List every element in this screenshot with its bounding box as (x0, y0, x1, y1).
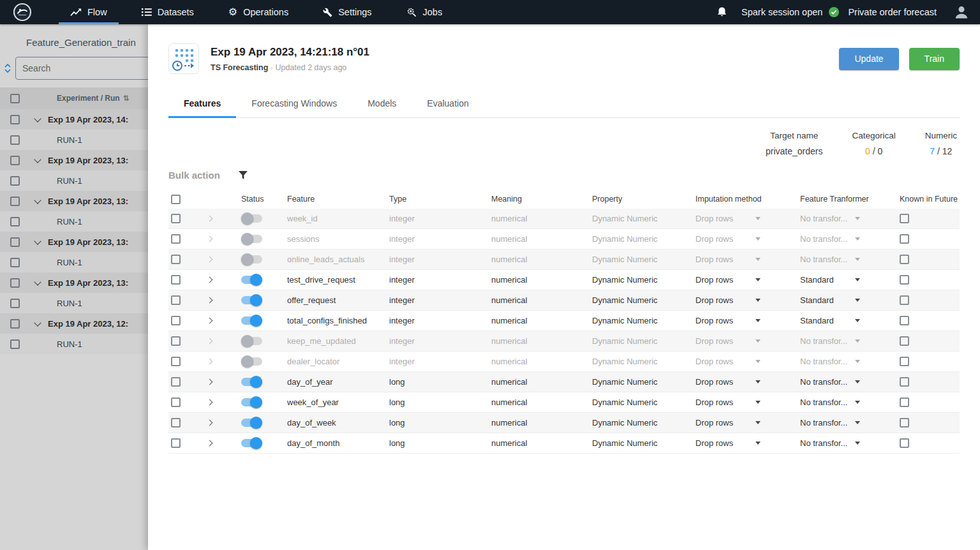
imputation-dropdown[interactable]: Drop rows (683, 377, 787, 387)
known-in-future-checkbox[interactable] (900, 377, 909, 387)
nav-item-operations[interactable]: ⚙ Operations (214, 0, 302, 24)
row-checkbox[interactable] (10, 197, 20, 206)
row-checkbox[interactable] (171, 377, 181, 387)
transformer-dropdown[interactable]: Standard (787, 316, 887, 325)
select-all-features-checkbox[interactable] (171, 195, 181, 204)
known-in-future-checkbox[interactable] (900, 214, 909, 223)
sidebar-experiment-row[interactable]: Exp 19 Apr 2023, 14: (0, 109, 148, 130)
known-in-future-checkbox[interactable] (900, 234, 909, 244)
status-toggle[interactable] (241, 214, 262, 223)
transformer-dropdown[interactable]: No transfor... (787, 438, 887, 448)
nav-item-jobs[interactable]: Jobs (392, 0, 457, 24)
sidebar-experiment-row[interactable]: Exp 19 Apr 2023, 12: (0, 313, 148, 334)
row-checkbox[interactable] (10, 319, 20, 329)
imputation-dropdown[interactable]: Drop rows (683, 214, 787, 223)
sidebar-experiment-row[interactable]: RUN-1 (0, 293, 148, 313)
chevron-right-icon[interactable] (207, 256, 213, 263)
sidebar-experiment-row[interactable]: Exp 19 Apr 2023, 13: (0, 191, 148, 211)
sidebar-experiment-row[interactable]: RUN-1 (0, 211, 148, 232)
known-in-future-checkbox[interactable] (900, 398, 909, 407)
imputation-dropdown[interactable]: Drop rows (683, 336, 787, 346)
nav-item-flow[interactable]: Flow (56, 0, 121, 24)
chevron-right-icon[interactable] (207, 399, 213, 406)
transformer-dropdown[interactable]: No transfor... (787, 377, 887, 387)
sort-icon[interactable]: ⇅ (123, 94, 130, 103)
chevron-right-icon[interactable] (207, 359, 213, 365)
known-in-future-checkbox[interactable] (900, 255, 909, 264)
row-checkbox[interactable] (171, 438, 181, 448)
tab-features[interactable]: Features (168, 89, 236, 117)
imputation-dropdown[interactable]: Drop rows (683, 275, 787, 285)
row-checkbox[interactable] (10, 299, 20, 308)
known-in-future-checkbox[interactable] (900, 418, 909, 427)
row-checkbox[interactable] (10, 156, 20, 165)
sidebar-experiment-row[interactable]: Exp 19 Apr 2023, 13: (0, 150, 148, 170)
user-avatar[interactable] (953, 4, 970, 20)
sidebar-experiment-row[interactable]: Exp 19 Apr 2023, 13: (0, 232, 148, 252)
row-checkbox[interactable] (171, 316, 181, 325)
known-in-future-checkbox[interactable] (900, 336, 909, 346)
row-checkbox[interactable] (10, 217, 20, 227)
row-checkbox[interactable] (10, 115, 20, 124)
project-name[interactable]: Private order forecast (848, 7, 937, 17)
chevron-down-icon[interactable] (34, 278, 41, 285)
transformer-dropdown[interactable]: No transfor... (787, 255, 887, 264)
imputation-dropdown[interactable]: Drop rows (683, 418, 787, 427)
row-checkbox[interactable] (171, 275, 181, 285)
known-in-future-checkbox[interactable] (900, 275, 909, 285)
row-checkbox[interactable] (171, 398, 181, 407)
status-toggle[interactable] (241, 235, 262, 243)
row-checkbox[interactable] (171, 357, 181, 366)
status-toggle[interactable] (241, 439, 262, 447)
imputation-dropdown[interactable]: Drop rows (683, 357, 787, 366)
chevron-right-icon[interactable] (207, 236, 213, 242)
status-toggle[interactable] (241, 296, 262, 304)
sidebar-experiment-row[interactable]: RUN-1 (0, 252, 148, 272)
transformer-dropdown[interactable]: Standard (787, 295, 887, 305)
sidebar-experiment-row[interactable]: RUN-1 (0, 170, 148, 191)
status-toggle[interactable] (241, 316, 262, 325)
chevron-right-icon[interactable] (207, 420, 213, 426)
sidebar-experiment-row[interactable]: RUN-1 (0, 334, 148, 354)
transformer-dropdown[interactable]: No transfor... (787, 214, 887, 223)
transformer-dropdown[interactable]: No transfor... (787, 357, 887, 366)
chevron-right-icon[interactable] (207, 277, 213, 283)
transformer-dropdown[interactable]: No transfor... (787, 234, 887, 244)
chevron-right-icon[interactable] (207, 379, 213, 385)
status-toggle[interactable] (241, 398, 262, 406)
nav-item-datasets[interactable]: Datasets (128, 0, 208, 24)
status-toggle[interactable] (241, 378, 262, 386)
known-in-future-checkbox[interactable] (900, 357, 909, 366)
row-checkbox[interactable] (10, 176, 20, 186)
filter-funnel-icon[interactable] (238, 170, 248, 180)
chevron-right-icon[interactable] (207, 440, 213, 447)
nav-item-settings[interactable]: Settings (309, 0, 385, 24)
search-input[interactable] (15, 57, 148, 80)
status-toggle[interactable] (241, 337, 262, 345)
chevron-down-icon[interactable] (34, 197, 41, 204)
row-checkbox[interactable] (10, 278, 20, 288)
known-in-future-checkbox[interactable] (900, 295, 909, 305)
transformer-dropdown[interactable]: Standard (787, 275, 887, 285)
notifications-bell-icon[interactable] (716, 6, 727, 18)
sidebar-experiment-row[interactable]: RUN-1 (0, 130, 148, 150)
collapse-sidebar-icon[interactable] (3, 63, 13, 74)
chevron-right-icon[interactable] (207, 318, 213, 324)
chevron-right-icon[interactable] (207, 216, 213, 222)
status-toggle[interactable] (241, 276, 262, 284)
status-toggle[interactable] (241, 357, 262, 366)
row-checkbox[interactable] (171, 255, 181, 264)
imputation-dropdown[interactable]: Drop rows (683, 438, 787, 448)
status-toggle[interactable] (241, 419, 262, 427)
tab-models[interactable]: Models (352, 89, 412, 117)
chevron-down-icon[interactable] (34, 319, 41, 326)
imputation-dropdown[interactable]: Drop rows (683, 316, 787, 325)
known-in-future-checkbox[interactable] (900, 438, 909, 448)
row-checkbox[interactable] (10, 135, 20, 145)
tab-evaluation[interactable]: Evaluation (412, 89, 484, 117)
app-logo[interactable] (13, 3, 32, 22)
chevron-right-icon[interactable] (207, 297, 213, 304)
transformer-dropdown[interactable]: No transfor... (787, 418, 887, 427)
row-checkbox[interactable] (171, 234, 181, 244)
chevron-right-icon[interactable] (207, 338, 213, 345)
